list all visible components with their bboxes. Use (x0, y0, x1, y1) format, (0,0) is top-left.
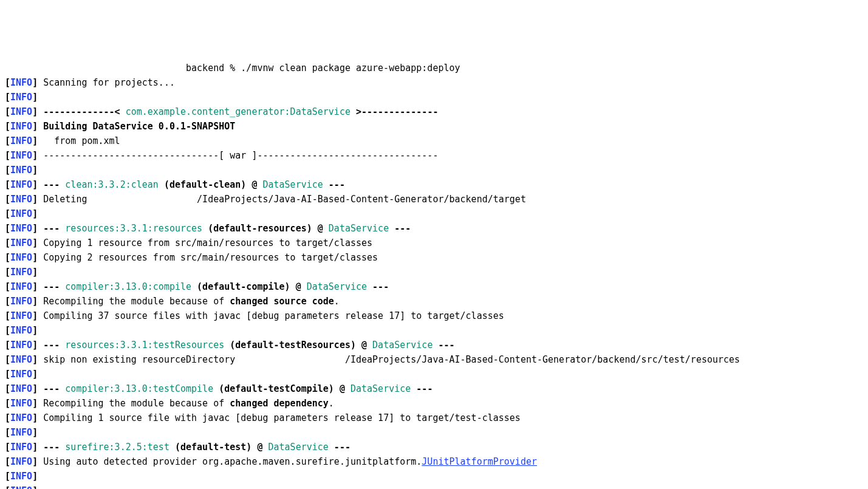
goal-pre: --- (43, 340, 65, 351)
log-line: [INFO] --- resources:3.3.1:resources (de… (5, 221, 863, 236)
bracket-close: ] (32, 427, 43, 438)
log-line: [INFO] (5, 425, 863, 440)
log-text: Compiling 37 source files with javac [de… (43, 310, 504, 321)
bracket-close: ] (32, 179, 43, 190)
bracket-open: [ (5, 456, 10, 467)
maven-goal: clean:3.3.2:clean (65, 179, 159, 190)
log-line: [INFO] Recompiling the module because of… (5, 294, 863, 309)
bracket-close: ] (32, 238, 43, 248)
log-text: Compiling 1 source file with javac [debu… (43, 412, 521, 423)
provider-link[interactable]: JUnitPlatformProvider (422, 456, 537, 467)
goal-pre: --- (43, 179, 65, 190)
bracket-open: [ (5, 354, 10, 365)
bracket-open: [ (5, 427, 10, 438)
bracket-open: [ (5, 194, 10, 205)
maven-module: DataService (372, 340, 432, 351)
log-text: Scanning for projects... (43, 77, 175, 88)
bracket-close: ] (32, 135, 43, 146)
maven-goal: compiler:3.13.0:testCompile (65, 383, 213, 394)
log-line: backend % ./mvnw clean package azure-web… (5, 61, 863, 75)
log-line: [INFO] (5, 469, 863, 484)
at-symbol: @ (251, 442, 268, 453)
log-level-info: INFO (10, 340, 32, 351)
goal-post: --- (411, 383, 432, 394)
log-level-info: INFO (10, 456, 32, 467)
goal-pre: --- (43, 442, 65, 453)
log-line: [INFO] (5, 323, 863, 338)
log-line: [INFO] Recompiling the module because of… (5, 396, 863, 411)
at-symbol: @ (356, 340, 372, 351)
bracket-close: ] (32, 383, 43, 394)
log-level-info: INFO (10, 369, 32, 380)
bracket-close: ] (32, 354, 43, 365)
goal-post: --- (367, 281, 389, 292)
bracket-open: [ (5, 106, 10, 117)
bracket-open: [ (5, 208, 10, 219)
bracket-close: ] (32, 281, 43, 292)
log-level-info: INFO (10, 77, 32, 88)
bracket-close: ] (32, 340, 43, 351)
at-symbol: @ (290, 281, 307, 292)
at-symbol: @ (246, 179, 262, 190)
log-level-info: INFO (10, 135, 32, 146)
log-line: [INFO] Copying 2 resources from src/main… (5, 250, 863, 265)
log-level-info: INFO (10, 427, 32, 438)
maven-execution: (default-compile) (191, 281, 290, 292)
bracket-open: [ (5, 442, 10, 453)
log-text-pre: Recompiling the module because of (43, 296, 230, 307)
bracket-close: ] (32, 165, 43, 176)
project-header-post: >-------------- (350, 106, 439, 117)
log-text: ----------------------------------------… (43, 485, 345, 489)
log-text-emphasis: changed dependency (230, 398, 329, 409)
bracket-close: ] (32, 77, 43, 88)
bracket-open: [ (5, 121, 10, 132)
maven-execution: (default-clean) (159, 179, 247, 190)
maven-module: DataService (307, 281, 367, 292)
bracket-close: ] (32, 208, 43, 219)
log-line: [INFO] --- resources:3.3.1:testResources… (5, 338, 863, 352)
bracket-open: [ (5, 412, 10, 423)
bracket-close: ] (32, 150, 43, 161)
bracket-close: ] (32, 92, 43, 103)
bracket-close: ] (32, 398, 43, 409)
bracket-open: [ (5, 471, 10, 482)
log-level-info: INFO (10, 194, 32, 205)
log-text: --------------------------------[ war ]-… (43, 150, 438, 161)
log-level-info: INFO (10, 179, 32, 190)
log-level-info: INFO (10, 442, 32, 453)
bracket-close: ] (32, 310, 43, 321)
log-line: [INFO] Scanning for projects... (5, 75, 863, 90)
log-line: [INFO] Building DataService 0.0.1-SNAPSH… (5, 119, 863, 134)
bracket-open: [ (5, 340, 10, 351)
bracket-close: ] (32, 471, 43, 482)
log-line: [INFO] --- clean:3.3.2:clean (default-cl… (5, 177, 863, 192)
log-level-info: INFO (10, 354, 32, 365)
bracket-close: ] (32, 252, 43, 263)
at-symbol: @ (334, 383, 350, 394)
log-line: [INFO] Copying 1 resource from src/main/… (5, 236, 863, 250)
bracket-close: ] (32, 456, 43, 467)
bracket-open: [ (5, 369, 10, 380)
bracket-open: [ (5, 281, 10, 292)
log-text-post: . (334, 296, 340, 307)
bracket-open: [ (5, 135, 10, 146)
log-level-info: INFO (10, 223, 32, 234)
bracket-open: [ (5, 77, 10, 88)
maven-execution: (default-testCompile) (213, 383, 334, 394)
log-text: skip non existing resourceDirectory /Ide… (43, 354, 740, 365)
bracket-close: ] (32, 442, 43, 453)
bracket-open: [ (5, 485, 10, 489)
log-level-info: INFO (10, 165, 32, 176)
log-level-info: INFO (10, 310, 32, 321)
bracket-open: [ (5, 92, 10, 103)
bracket-open: [ (5, 267, 10, 278)
log-line: [INFO] (5, 367, 863, 381)
log-line: [INFO] Compiling 1 source file with java… (5, 411, 863, 425)
bracket-close: ] (32, 325, 43, 336)
bracket-open: [ (5, 398, 10, 409)
log-line: [INFO] Deleting /IdeaProjects/Java-AI-Ba… (5, 192, 863, 207)
maven-module: DataService (268, 442, 329, 453)
maven-execution: (default-test) (169, 442, 251, 453)
maven-module: DataService (350, 383, 411, 394)
project-coordinates: com.example.content_generator:DataServic… (126, 106, 350, 117)
